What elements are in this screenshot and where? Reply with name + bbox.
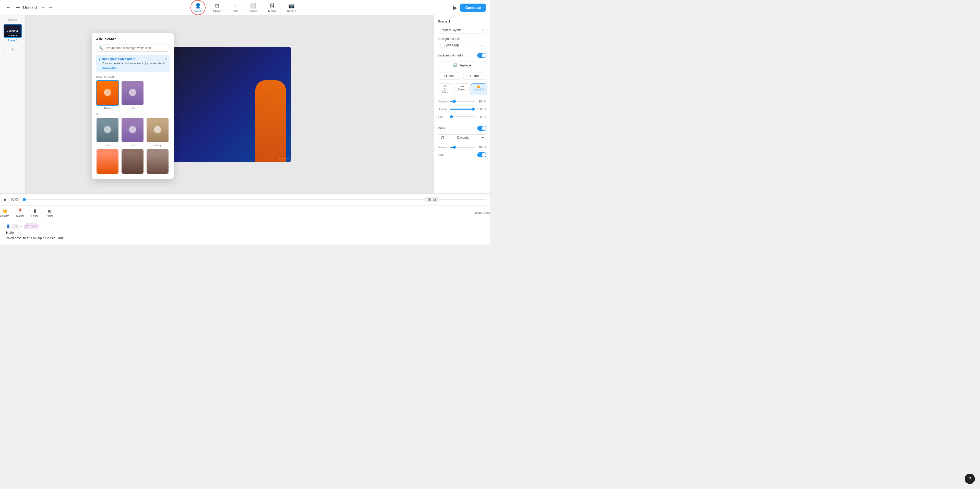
- timeline-content-area: 👤 EN › ⏱ 0.75s Hello! "Welcome" to this …: [0, 220, 490, 244]
- popup-title: Add avatar: [96, 37, 170, 41]
- redo-button[interactable]: ↪: [47, 4, 54, 11]
- volume-slider[interactable]: [450, 101, 475, 102]
- time-badge: ⏱ 0.75s: [24, 223, 38, 229]
- replace-layout-button[interactable]: Replace layout ▾: [438, 27, 487, 33]
- timeline-track[interactable]: [23, 199, 486, 200]
- script-meta-row: 👤 EN › ⏱ 0.75s: [6, 223, 484, 229]
- bg-media-label: Background media: [438, 54, 463, 57]
- search-input[interactable]: [105, 46, 167, 50]
- blur-row: Blur 0 %: [438, 115, 487, 118]
- clock-icon: ⏱: [26, 224, 29, 228]
- search-bar[interactable]: 🔍: [96, 44, 170, 52]
- avatar-img-jimmy[interactable]: [146, 117, 169, 143]
- tool-shape[interactable]: ⬜ Shape: [246, 1, 259, 14]
- loop-toggle[interactable]: [477, 152, 487, 158]
- opacity-slider[interactable]: [450, 108, 475, 110]
- scene-thumb-1[interactable]: MULTIPLE SCENE 1: [3, 24, 22, 38]
- avatar-card-small2[interactable]: [121, 149, 144, 175]
- search-icon: 🔍: [99, 46, 103, 50]
- playback-once-button[interactable]: 1× 1x Once: [438, 83, 453, 95]
- learn-more-link[interactable]: Learn more: [102, 66, 116, 69]
- blur-slider[interactable]: [450, 116, 475, 117]
- add-scene-button[interactable]: +: [3, 45, 22, 54]
- undo-button[interactable]: ↩: [40, 4, 46, 11]
- more-options-button[interactable]: ···: [473, 53, 476, 58]
- blur-label: Blur: [438, 115, 448, 118]
- avatar-img-small2[interactable]: [121, 149, 144, 174]
- media-icon: 🖼: [269, 3, 275, 9]
- gesture-tool[interactable]: 👋 Gesture: [0, 208, 9, 217]
- timeline-time: 00:00: [11, 198, 19, 201]
- scene-thumbnail[interactable]: MULTIPLE SCENE 1 Scene 1: [3, 24, 22, 42]
- replace-button[interactable]: 🔄 Replace: [438, 62, 487, 69]
- chevron-down-icon: ▾: [482, 29, 484, 32]
- playback-loop-button[interactable]: 🔁 Loop/Cut: [471, 83, 487, 95]
- undo-redo-group: ↩ ↪: [40, 4, 54, 11]
- bg-media-toggle[interactable]: [477, 53, 487, 58]
- recently-used-label: Recently used: [96, 75, 170, 78]
- tool-media[interactable]: 🖼 Media: [266, 1, 278, 14]
- avatar-img-small1[interactable]: [96, 149, 119, 174]
- tool-shape-label: Shape: [249, 10, 257, 13]
- playback-stretch-button[interactable]: ⟺ Stretch: [455, 83, 470, 95]
- crop-button[interactable]: ⊡ Crop: [438, 73, 461, 80]
- topbar-left: ← ☰ Untitled ↩ ↪: [4, 4, 54, 11]
- tool-text[interactable]: T Text: [230, 2, 240, 14]
- bg-color-value[interactable]: #FFFFFF 👁: [438, 42, 487, 49]
- divider-1: [438, 122, 487, 122]
- small2-figure: [121, 149, 143, 174]
- avatar-img-ronja[interactable]: [96, 80, 119, 106]
- marker-tool[interactable]: 📍 Marker: [16, 208, 24, 217]
- gesture-icon: 👋: [2, 208, 7, 214]
- tool-avatar[interactable]: 👤 Avatar: [191, 1, 205, 14]
- opacity-unit: %: [484, 108, 487, 111]
- crop-icon: ⊡: [444, 74, 447, 78]
- info-icon: ℹ: [99, 57, 100, 61]
- loop-icon: 🔁: [477, 85, 480, 88]
- timeline-play-button[interactable]: ▶: [4, 198, 7, 202]
- right-panel: Scene 1 Replace layout ▾ Background colo…: [434, 15, 490, 193]
- avatar-card-helia-recent[interactable]: Helia: [121, 80, 144, 110]
- helia3-head: [129, 126, 136, 133]
- avatar-card-small1[interactable]: [96, 149, 119, 175]
- marker-icon: 📍: [18, 208, 23, 214]
- avatar-card-helia3[interactable]: Helia: [121, 117, 144, 147]
- menu-button[interactable]: ☰: [16, 5, 20, 11]
- tool-record[interactable]: 📷 Record: [285, 1, 299, 14]
- avatar-img-helia2[interactable]: [96, 117, 119, 143]
- info-close-button[interactable]: ✕: [164, 57, 167, 61]
- tool-space[interactable]: ⊞ Space: [211, 1, 224, 14]
- avatar-card-jimmy[interactable]: Jimmy: [146, 117, 169, 147]
- gesture-label: Gesture: [0, 215, 9, 217]
- diction-tool[interactable]: æ Diction: [46, 209, 54, 217]
- eye-icon: 👁: [480, 44, 484, 48]
- avatar-card-ronja[interactable]: Ronja: [96, 80, 119, 110]
- pause-tool[interactable]: ⏸ Pause: [32, 209, 38, 217]
- script-button[interactable]: Script: [425, 197, 439, 202]
- avatar-img-helia3[interactable]: [121, 117, 144, 143]
- helia3-figure: [121, 118, 143, 142]
- space-icon: ⊞: [215, 3, 220, 9]
- back-button[interactable]: ←: [4, 4, 13, 11]
- crop-trim-row: ⊡ Crop ✂ Trim: [438, 73, 487, 80]
- ronja-name: Ronja: [104, 107, 111, 110]
- avatar-card-small3[interactable]: [146, 149, 169, 175]
- avatar-icon: 👤: [195, 3, 201, 9]
- tool-space-label: Space: [213, 10, 221, 13]
- avatar-img-helia-recent[interactable]: [121, 80, 144, 106]
- trim-button[interactable]: ✂ Trim: [463, 73, 487, 80]
- preview-play-button[interactable]: ▶: [453, 5, 457, 11]
- generate-button[interactable]: Generate: [460, 3, 486, 12]
- music-volume-slider[interactable]: [450, 147, 475, 148]
- blur-unit: %: [484, 115, 487, 118]
- avatar-img-small3[interactable]: [146, 149, 169, 174]
- project-title: Untitled: [23, 5, 37, 10]
- canvas-watermark: synthesia: [279, 158, 289, 160]
- helia2-name: Helia: [105, 144, 111, 147]
- main-canvas[interactable]: synthesia: [169, 47, 291, 162]
- music-toggle[interactable]: [477, 126, 487, 131]
- music-style-select[interactable]: 🎵 Dynamic ▾: [438, 134, 487, 141]
- all-section: All Helia: [96, 112, 170, 175]
- bg-media-row: Background media ···: [438, 53, 487, 58]
- avatar-card-helia2[interactable]: Helia: [96, 117, 119, 147]
